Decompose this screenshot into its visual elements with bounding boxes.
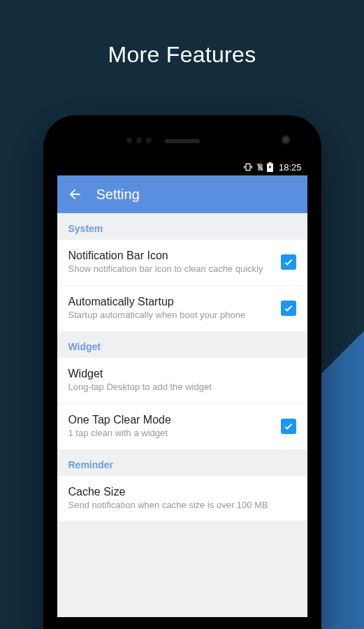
status-bar: 18:25 <box>57 159 307 175</box>
row-subtitle: Long-tap Desktop to add the widget <box>68 382 296 393</box>
row-cache-size[interactable]: Cache Size Send notification when cache … <box>57 476 307 521</box>
row-subtitle: Startup automatically when boot your pho… <box>68 310 272 321</box>
phone-speaker <box>165 139 200 143</box>
row-subtitle: 1 tap clean with a widget <box>68 428 272 440</box>
no-sim-icon <box>256 162 264 172</box>
phone-camera <box>281 135 291 145</box>
row-title: One Tap Clear Mode <box>68 414 272 426</box>
checkbox-automatically-startup[interactable] <box>281 301 296 316</box>
back-icon[interactable] <box>67 187 82 202</box>
phone-screen: 18:25 Setting System Notification Bar Ic… <box>57 159 307 617</box>
checkbox-notification-bar-icon[interactable] <box>281 254 296 270</box>
section-header-reminder: Reminder <box>57 449 307 476</box>
checkbox-one-tap-clear-mode[interactable] <box>281 419 296 434</box>
phone-frame: 18:25 Setting System Notification Bar Ic… <box>43 115 321 629</box>
phone-sensors <box>126 138 152 143</box>
row-subtitle: Send notification when cache size is ove… <box>68 500 296 512</box>
battery-icon <box>267 162 273 172</box>
promo-title: More Features <box>0 42 364 68</box>
row-subtitle: Show notification bar icon to clean cach… <box>68 263 272 275</box>
row-title: Widget <box>68 368 296 380</box>
row-one-tap-clear-mode[interactable]: One Tap Clear Mode 1 tap clean with a wi… <box>57 404 307 449</box>
section-header-widget: Widget <box>57 331 307 358</box>
row-notification-bar-icon[interactable]: Notification Bar Icon Show notification … <box>57 240 307 285</box>
app-bar-title: Setting <box>96 187 140 203</box>
check-icon <box>283 256 294 268</box>
section-header-system: System <box>57 213 307 240</box>
row-automatically-startup[interactable]: Automatically Startup Startup automatica… <box>57 286 307 331</box>
row-title: Cache Size <box>68 486 296 498</box>
status-time: 18:25 <box>279 162 302 173</box>
vibrate-icon <box>243 162 253 172</box>
app-bar: Setting <box>57 175 307 213</box>
row-title: Notification Bar Icon <box>68 250 272 262</box>
row-title: Automatically Startup <box>68 296 272 308</box>
row-widget[interactable]: Widget Long-tap Desktop to add the widge… <box>57 358 307 403</box>
check-icon <box>283 421 294 432</box>
settings-content[interactable]: System Notification Bar Icon Show notifi… <box>57 213 307 521</box>
svg-rect-1 <box>269 162 272 164</box>
check-icon <box>283 303 294 314</box>
